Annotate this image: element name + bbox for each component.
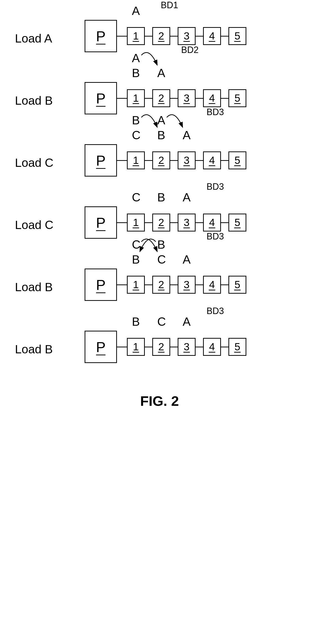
slot-box: 4	[203, 338, 221, 356]
wire	[145, 160, 152, 161]
wire	[145, 284, 152, 285]
wire	[117, 346, 127, 347]
chain: P12345BAABD2	[85, 82, 246, 114]
slot-number: 2	[158, 92, 164, 104]
slot-number: 2	[158, 30, 164, 42]
annotation-letter: B	[157, 192, 165, 204]
wire	[196, 346, 203, 347]
slot-box: 4	[203, 89, 221, 107]
diagram-row: Load CP12345CBABABD3	[15, 144, 304, 176]
slot-number: 1	[133, 279, 139, 291]
chain: P12345CBABABD3	[85, 144, 246, 176]
chain: P12345CBABD3	[85, 206, 246, 239]
wire	[221, 222, 228, 223]
slot-number: 1	[133, 216, 139, 228]
slot-number: 5	[234, 341, 240, 353]
wire	[117, 98, 127, 99]
processor-box: P	[85, 82, 117, 114]
wire	[196, 284, 203, 285]
slot-number: 3	[184, 341, 189, 353]
wire	[170, 160, 178, 161]
slot-number: 3	[184, 30, 189, 42]
slot-box: 1	[127, 27, 145, 45]
annotation-letter: A	[132, 5, 140, 17]
processor-box: P	[85, 331, 117, 363]
slot-number: 5	[234, 216, 240, 228]
annotation-letter: C	[132, 129, 141, 141]
slot-box: 2	[152, 214, 170, 232]
slot-box: 2	[152, 89, 170, 107]
slot-box: 1	[127, 214, 145, 232]
bd-label: BD3	[206, 182, 224, 192]
slot-box: 4	[203, 276, 221, 294]
load-label: Load C	[15, 157, 70, 169]
annotation-letter: C	[157, 254, 166, 266]
wire	[221, 98, 228, 99]
slot-box: 5	[228, 214, 246, 232]
slot-number: 2	[158, 154, 164, 166]
slot-number: 2	[158, 216, 164, 228]
wire	[145, 346, 152, 347]
diagram-row: Load CP12345CBABD3	[15, 206, 304, 239]
load-label: Load C	[15, 219, 70, 231]
arrow-path	[141, 52, 157, 65]
slot-number: 1	[133, 30, 139, 42]
slot-number: 4	[209, 154, 215, 166]
processor-label: P	[96, 90, 106, 107]
slot-number: 3	[184, 279, 189, 291]
annotation-letter: A	[157, 114, 165, 126]
slot-number: 2	[158, 341, 164, 353]
processor-label: P	[96, 28, 106, 44]
wire	[196, 222, 203, 223]
wire	[145, 222, 152, 223]
processor-box: P	[85, 206, 117, 239]
annotation-letter: B	[132, 316, 140, 328]
figure-title: FIG. 2	[15, 393, 304, 409]
slot-number: 3	[184, 154, 189, 166]
slot-box: 5	[228, 338, 246, 356]
slot-box: 4	[203, 152, 221, 169]
wire	[117, 160, 127, 161]
slot-number: 5	[234, 92, 240, 104]
slot-number: 3	[184, 216, 189, 228]
processor-label: P	[96, 339, 106, 355]
slot-number: 3	[184, 92, 189, 104]
annotation-letter: B	[132, 114, 140, 126]
slot-number: 1	[133, 341, 139, 353]
slot-box: 2	[152, 152, 170, 169]
processor-label: P	[96, 276, 106, 293]
diagram-row: Load BP12345BCACBBD3	[15, 268, 304, 301]
bd-label: BD1	[161, 0, 178, 10]
processor-label: P	[96, 152, 106, 169]
chain: P12345BCABD3	[85, 331, 246, 363]
wire	[145, 98, 152, 99]
wire	[117, 284, 127, 285]
wire	[196, 36, 203, 36]
annotation-letter: A	[183, 192, 191, 204]
wire	[117, 36, 127, 36]
processor-label: P	[96, 214, 106, 231]
annotation-letter: C	[132, 239, 141, 251]
slot-box: 5	[228, 152, 246, 169]
slot-box: 1	[127, 276, 145, 294]
slot-box: 4	[203, 214, 221, 232]
arrow-path	[141, 239, 157, 252]
processor-box: P	[85, 20, 117, 52]
wire	[170, 222, 178, 223]
annotation-letter: C	[157, 316, 166, 328]
arrow-path	[167, 115, 183, 127]
slot-box: 3	[178, 27, 196, 45]
slot-number: 5	[234, 30, 240, 42]
wire	[221, 284, 228, 285]
slot-number: 4	[209, 30, 215, 42]
annotation-letter: B	[132, 67, 140, 79]
wire	[170, 346, 178, 347]
slot-box: 2	[152, 276, 170, 294]
slot-box: 5	[228, 276, 246, 294]
arrow-path	[140, 239, 156, 252]
wire	[170, 36, 178, 36]
slot-box: 3	[178, 89, 196, 107]
load-label: Load B	[15, 95, 70, 107]
slot-number: 4	[209, 92, 215, 104]
annotation-letter: A	[157, 67, 165, 79]
